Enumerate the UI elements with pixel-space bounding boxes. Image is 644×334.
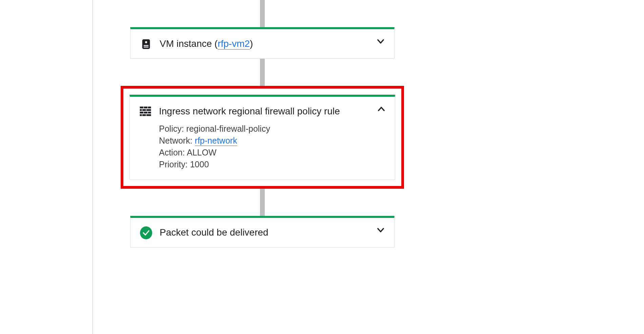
svg-rect-9 xyxy=(146,109,151,111)
action-label: Action: xyxy=(159,148,187,157)
delivery-result-card[interactable]: Packet could be delivered xyxy=(130,216,395,247)
firewall-card-title: Ingress network regional firewall policy… xyxy=(159,105,340,118)
svg-rect-6 xyxy=(148,107,151,108)
priority-row: Priority: 1000 xyxy=(159,160,385,169)
svg-rect-3 xyxy=(144,47,148,48)
vm-instance-card[interactable]: VM instance (rfp-vm2) xyxy=(130,27,395,59)
flow-connector xyxy=(130,59,395,86)
svg-rect-14 xyxy=(142,114,146,116)
policy-value: regional-firewall-policy xyxy=(186,124,270,133)
action-row: Action: ALLOW xyxy=(159,148,385,157)
firewall-icon xyxy=(139,106,152,118)
firewall-card-body: Policy: regional-firewall-policy Network… xyxy=(159,124,385,169)
panel-divider xyxy=(92,0,93,334)
svg-rect-2 xyxy=(144,45,148,46)
svg-rect-4 xyxy=(140,107,144,108)
highlight-box: Ingress network regional firewall policy… xyxy=(121,86,404,189)
card-header: Packet could be delivered xyxy=(140,226,385,239)
svg-rect-10 xyxy=(140,112,144,113)
priority-label: Priority: xyxy=(159,160,190,169)
svg-rect-7 xyxy=(140,109,142,111)
vm-title-prefix: VM instance ( xyxy=(160,38,218,49)
chevron-up-icon[interactable] xyxy=(377,104,386,114)
vm-icon xyxy=(140,38,152,50)
vm-title-suffix: ) xyxy=(250,38,253,49)
success-icon xyxy=(140,227,152,239)
svg-rect-11 xyxy=(144,112,148,113)
chevron-down-icon[interactable] xyxy=(376,37,385,46)
action-value: ALLOW xyxy=(187,148,217,157)
priority-value: 1000 xyxy=(190,160,209,169)
policy-row: Policy: regional-firewall-policy xyxy=(159,124,385,134)
chevron-down-icon[interactable] xyxy=(376,225,385,235)
svg-rect-15 xyxy=(146,114,151,116)
flow-connector xyxy=(130,189,395,216)
svg-rect-0 xyxy=(142,39,150,49)
card-header: VM instance (rfp-vm2) xyxy=(140,37,385,50)
network-link[interactable]: rfp-network xyxy=(195,136,237,146)
svg-rect-12 xyxy=(148,112,151,113)
network-row: Network: rfp-network xyxy=(159,136,385,146)
card-header: Ingress network regional firewall policy… xyxy=(139,105,385,118)
svg-rect-5 xyxy=(144,107,148,108)
flow-connector xyxy=(130,0,395,27)
vm-card-title: VM instance (rfp-vm2) xyxy=(160,37,253,50)
firewall-rule-card[interactable]: Ingress network regional firewall policy… xyxy=(129,95,395,180)
trace-flow: VM instance (rfp-vm2) xyxy=(130,0,395,247)
vm-link[interactable]: rfp-vm2 xyxy=(218,38,250,50)
policy-label: Policy: xyxy=(159,124,186,133)
delivery-card-title: Packet could be delivered xyxy=(160,226,268,239)
svg-rect-13 xyxy=(140,114,142,116)
network-label: Network: xyxy=(159,136,195,145)
connectivity-trace-panel: VM instance (rfp-vm2) xyxy=(0,0,644,334)
svg-point-1 xyxy=(145,41,147,43)
svg-rect-8 xyxy=(142,109,146,111)
